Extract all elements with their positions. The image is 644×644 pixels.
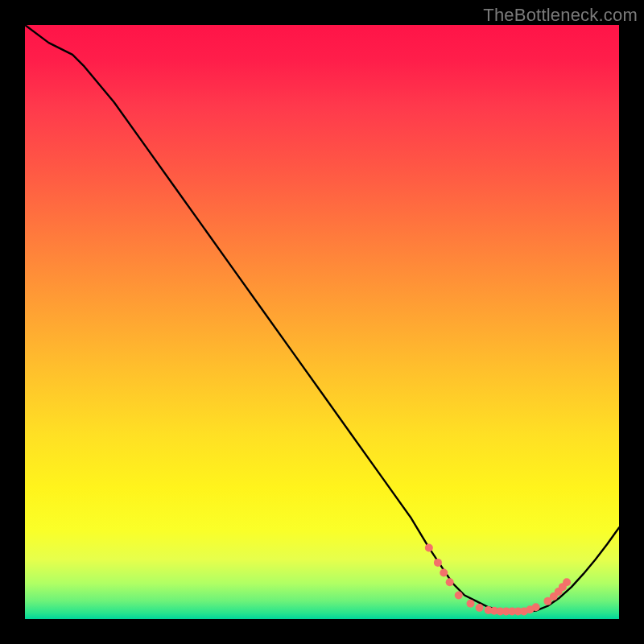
highlight-point: [532, 603, 540, 611]
highlight-point: [476, 604, 484, 612]
marker-group: [425, 543, 571, 615]
chart-overlay: [25, 25, 619, 619]
highlight-point: [563, 578, 571, 586]
bottleneck-curve: [25, 25, 619, 612]
chart-container: TheBottleneck.com: [0, 0, 644, 644]
highlight-point: [455, 591, 463, 599]
highlight-point: [440, 568, 448, 576]
highlight-point: [425, 543, 433, 551]
highlight-point: [446, 578, 454, 586]
curve-group: [25, 25, 619, 612]
plot-area: [25, 25, 619, 619]
highlight-point: [467, 600, 475, 608]
watermark-text: TheBottleneck.com: [483, 5, 638, 26]
highlight-point: [434, 559, 442, 567]
